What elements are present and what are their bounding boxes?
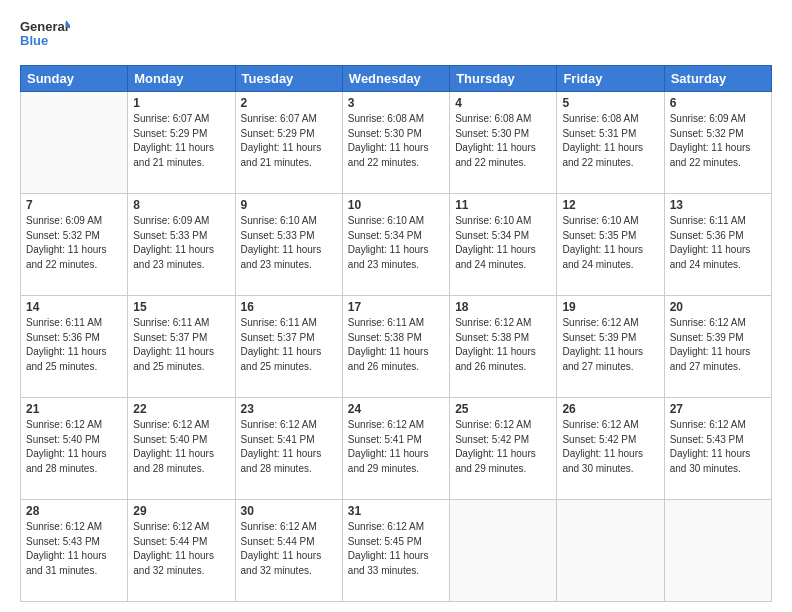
calendar-cell: 19 Sunrise: 6:12 AM Sunset: 5:39 PM Dayl…: [557, 296, 664, 398]
day-info: Sunrise: 6:11 AM Sunset: 5:36 PM Dayligh…: [670, 214, 766, 272]
calendar-cell: 6 Sunrise: 6:09 AM Sunset: 5:32 PM Dayli…: [664, 92, 771, 194]
calendar-cell: 12 Sunrise: 6:10 AM Sunset: 5:35 PM Dayl…: [557, 194, 664, 296]
calendar-cell: 18 Sunrise: 6:12 AM Sunset: 5:38 PM Dayl…: [450, 296, 557, 398]
calendar-cell: 30 Sunrise: 6:12 AM Sunset: 5:44 PM Dayl…: [235, 500, 342, 602]
calendar-header-thursday: Thursday: [450, 66, 557, 92]
day-info: Sunrise: 6:12 AM Sunset: 5:38 PM Dayligh…: [455, 316, 551, 374]
logo-svg: General Blue: [20, 15, 70, 55]
day-info: Sunrise: 6:09 AM Sunset: 5:32 PM Dayligh…: [26, 214, 122, 272]
calendar-cell: 27 Sunrise: 6:12 AM Sunset: 5:43 PM Dayl…: [664, 398, 771, 500]
day-info: Sunrise: 6:12 AM Sunset: 5:41 PM Dayligh…: [241, 418, 337, 476]
day-info: Sunrise: 6:08 AM Sunset: 5:30 PM Dayligh…: [455, 112, 551, 170]
day-number: 22: [133, 402, 229, 416]
day-number: 21: [26, 402, 122, 416]
day-number: 5: [562, 96, 658, 110]
calendar-cell: [450, 500, 557, 602]
calendar-cell: 9 Sunrise: 6:10 AM Sunset: 5:33 PM Dayli…: [235, 194, 342, 296]
day-number: 8: [133, 198, 229, 212]
calendar-cell: 15 Sunrise: 6:11 AM Sunset: 5:37 PM Dayl…: [128, 296, 235, 398]
day-number: 27: [670, 402, 766, 416]
day-number: 4: [455, 96, 551, 110]
calendar-header-monday: Monday: [128, 66, 235, 92]
day-number: 17: [348, 300, 444, 314]
day-number: 13: [670, 198, 766, 212]
calendar-cell: [664, 500, 771, 602]
day-number: 15: [133, 300, 229, 314]
day-info: Sunrise: 6:10 AM Sunset: 5:34 PM Dayligh…: [348, 214, 444, 272]
day-info: Sunrise: 6:11 AM Sunset: 5:38 PM Dayligh…: [348, 316, 444, 374]
calendar-cell: 23 Sunrise: 6:12 AM Sunset: 5:41 PM Dayl…: [235, 398, 342, 500]
calendar-cell: 28 Sunrise: 6:12 AM Sunset: 5:43 PM Dayl…: [21, 500, 128, 602]
day-number: 10: [348, 198, 444, 212]
day-number: 6: [670, 96, 766, 110]
calendar-cell: [21, 92, 128, 194]
day-info: Sunrise: 6:11 AM Sunset: 5:36 PM Dayligh…: [26, 316, 122, 374]
day-info: Sunrise: 6:07 AM Sunset: 5:29 PM Dayligh…: [241, 112, 337, 170]
day-info: Sunrise: 6:12 AM Sunset: 5:45 PM Dayligh…: [348, 520, 444, 578]
day-info: Sunrise: 6:07 AM Sunset: 5:29 PM Dayligh…: [133, 112, 229, 170]
calendar-cell: 14 Sunrise: 6:11 AM Sunset: 5:36 PM Dayl…: [21, 296, 128, 398]
day-number: 20: [670, 300, 766, 314]
day-number: 29: [133, 504, 229, 518]
calendar-cell: 1 Sunrise: 6:07 AM Sunset: 5:29 PM Dayli…: [128, 92, 235, 194]
day-number: 19: [562, 300, 658, 314]
calendar-header-wednesday: Wednesday: [342, 66, 449, 92]
calendar-header-saturday: Saturday: [664, 66, 771, 92]
calendar-cell: 17 Sunrise: 6:11 AM Sunset: 5:38 PM Dayl…: [342, 296, 449, 398]
calendar-header-friday: Friday: [557, 66, 664, 92]
calendar-cell: 22 Sunrise: 6:12 AM Sunset: 5:40 PM Dayl…: [128, 398, 235, 500]
day-info: Sunrise: 6:12 AM Sunset: 5:44 PM Dayligh…: [241, 520, 337, 578]
calendar-cell: 2 Sunrise: 6:07 AM Sunset: 5:29 PM Dayli…: [235, 92, 342, 194]
day-info: Sunrise: 6:12 AM Sunset: 5:42 PM Dayligh…: [455, 418, 551, 476]
day-info: Sunrise: 6:08 AM Sunset: 5:30 PM Dayligh…: [348, 112, 444, 170]
calendar-cell: 10 Sunrise: 6:10 AM Sunset: 5:34 PM Dayl…: [342, 194, 449, 296]
calendar-cell: 24 Sunrise: 6:12 AM Sunset: 5:41 PM Dayl…: [342, 398, 449, 500]
day-number: 7: [26, 198, 122, 212]
logo: General Blue: [20, 15, 70, 55]
svg-text:Blue: Blue: [20, 33, 48, 48]
day-number: 2: [241, 96, 337, 110]
calendar-cell: 29 Sunrise: 6:12 AM Sunset: 5:44 PM Dayl…: [128, 500, 235, 602]
day-info: Sunrise: 6:12 AM Sunset: 5:44 PM Dayligh…: [133, 520, 229, 578]
calendar-cell: 13 Sunrise: 6:11 AM Sunset: 5:36 PM Dayl…: [664, 194, 771, 296]
calendar-cell: 26 Sunrise: 6:12 AM Sunset: 5:42 PM Dayl…: [557, 398, 664, 500]
day-info: Sunrise: 6:12 AM Sunset: 5:40 PM Dayligh…: [26, 418, 122, 476]
day-number: 24: [348, 402, 444, 416]
day-info: Sunrise: 6:12 AM Sunset: 5:39 PM Dayligh…: [562, 316, 658, 374]
day-number: 11: [455, 198, 551, 212]
calendar-cell: 11 Sunrise: 6:10 AM Sunset: 5:34 PM Dayl…: [450, 194, 557, 296]
day-number: 28: [26, 504, 122, 518]
calendar-cell: 4 Sunrise: 6:08 AM Sunset: 5:30 PM Dayli…: [450, 92, 557, 194]
day-info: Sunrise: 6:12 AM Sunset: 5:42 PM Dayligh…: [562, 418, 658, 476]
day-number: 25: [455, 402, 551, 416]
day-info: Sunrise: 6:12 AM Sunset: 5:41 PM Dayligh…: [348, 418, 444, 476]
day-number: 23: [241, 402, 337, 416]
header: General Blue: [20, 15, 772, 55]
calendar-table: SundayMondayTuesdayWednesdayThursdayFrid…: [20, 65, 772, 602]
day-number: 1: [133, 96, 229, 110]
day-number: 9: [241, 198, 337, 212]
day-info: Sunrise: 6:11 AM Sunset: 5:37 PM Dayligh…: [133, 316, 229, 374]
page: General Blue SundayMondayTuesdayWednesda…: [0, 0, 792, 612]
day-number: 12: [562, 198, 658, 212]
day-info: Sunrise: 6:11 AM Sunset: 5:37 PM Dayligh…: [241, 316, 337, 374]
calendar-cell: 25 Sunrise: 6:12 AM Sunset: 5:42 PM Dayl…: [450, 398, 557, 500]
day-info: Sunrise: 6:12 AM Sunset: 5:43 PM Dayligh…: [670, 418, 766, 476]
calendar-cell: 20 Sunrise: 6:12 AM Sunset: 5:39 PM Dayl…: [664, 296, 771, 398]
calendar-cell: 5 Sunrise: 6:08 AM Sunset: 5:31 PM Dayli…: [557, 92, 664, 194]
svg-text:General: General: [20, 19, 68, 34]
day-info: Sunrise: 6:12 AM Sunset: 5:40 PM Dayligh…: [133, 418, 229, 476]
calendar-cell: 16 Sunrise: 6:11 AM Sunset: 5:37 PM Dayl…: [235, 296, 342, 398]
day-number: 14: [26, 300, 122, 314]
day-number: 18: [455, 300, 551, 314]
day-info: Sunrise: 6:10 AM Sunset: 5:34 PM Dayligh…: [455, 214, 551, 272]
calendar-cell: [557, 500, 664, 602]
calendar-cell: 3 Sunrise: 6:08 AM Sunset: 5:30 PM Dayli…: [342, 92, 449, 194]
day-number: 31: [348, 504, 444, 518]
day-info: Sunrise: 6:12 AM Sunset: 5:39 PM Dayligh…: [670, 316, 766, 374]
day-number: 26: [562, 402, 658, 416]
calendar-header-sunday: Sunday: [21, 66, 128, 92]
day-info: Sunrise: 6:10 AM Sunset: 5:35 PM Dayligh…: [562, 214, 658, 272]
day-number: 16: [241, 300, 337, 314]
day-number: 3: [348, 96, 444, 110]
